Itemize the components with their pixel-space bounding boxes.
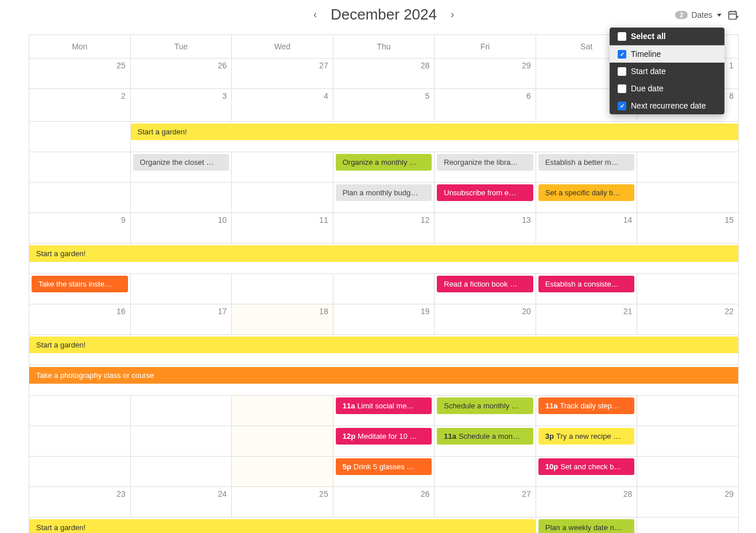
event-start-garden[interactable]: Start a garden! xyxy=(131,123,738,140)
dropdown-timeline[interactable]: Timeline xyxy=(610,45,724,63)
event-set-check[interactable]: 10pSet and check b… xyxy=(538,458,635,475)
checkbox-checked-icon xyxy=(618,50,626,59)
day-cell[interactable]: 12 xyxy=(333,213,435,244)
event-establish-cons[interactable]: Establish a consiste… xyxy=(538,276,635,292)
day-cell[interactable]: 3 xyxy=(130,89,232,122)
checkbox-unchecked-icon xyxy=(618,32,626,41)
day-cell[interactable]: 23 xyxy=(29,487,131,517)
day-cell[interactable]: 26 xyxy=(130,59,232,89)
dropdown-start-date[interactable]: Start date xyxy=(610,63,724,80)
day-cell[interactable]: 29 xyxy=(637,487,739,517)
event-photo-class[interactable]: Take a photography class or course xyxy=(29,367,738,384)
dates-label: Dates xyxy=(691,10,712,20)
day-cell-today[interactable]: 18 xyxy=(232,304,334,335)
day-cell[interactable]: 6 xyxy=(435,89,536,122)
dropdown-next-recurrence[interactable]: Next recurrence date xyxy=(610,97,724,114)
day-cell[interactable]: 17 xyxy=(130,304,232,335)
day-cell[interactable]: 4 xyxy=(232,89,334,122)
day-cell[interactable]: 28 xyxy=(536,487,637,517)
event-schedule-monthly[interactable]: Schedule a monthly … xyxy=(437,397,533,414)
weekday-header: Thu xyxy=(333,35,435,59)
day-cell[interactable]: 29 xyxy=(435,59,536,89)
event-drink[interactable]: 5pDrink 5 glasses … xyxy=(336,458,432,475)
day-cell[interactable]: 11 xyxy=(232,213,334,244)
day-cell[interactable]: 21 xyxy=(536,304,637,335)
dates-dropdown-menu: Select all Timeline Start date Due date … xyxy=(610,28,724,114)
day-cell[interactable]: 9 xyxy=(29,213,131,244)
day-cell[interactable]: 19 xyxy=(333,304,435,335)
day-cell[interactable]: 13 xyxy=(435,213,536,244)
event-start-garden[interactable]: Start a garden! xyxy=(29,337,738,353)
day-cell[interactable]: 20 xyxy=(435,304,536,335)
checkbox-checked-icon xyxy=(618,102,626,110)
day-cell[interactable]: 26 xyxy=(333,487,435,517)
event-take-stairs[interactable]: Take the stairs inste… xyxy=(32,276,128,292)
day-cell[interactable]: 16 xyxy=(29,304,131,335)
day-cell[interactable]: 27 xyxy=(435,487,536,517)
day-cell[interactable]: 10 xyxy=(130,213,232,244)
dropdown-select-all[interactable]: Select all xyxy=(610,28,724,45)
event-organize-closet[interactable]: Organize the closet … xyxy=(133,154,230,171)
day-cell[interactable]: 5 xyxy=(333,89,435,122)
weekday-header: Mon xyxy=(29,35,131,59)
day-cell[interactable]: 25 xyxy=(232,487,334,517)
weekday-header: Tue xyxy=(130,35,232,59)
event-new-recipe[interactable]: 3pTry a new recipe … xyxy=(538,428,635,445)
day-cell[interactable]: 15 xyxy=(637,213,739,244)
next-month-button[interactable]: › xyxy=(446,6,459,23)
event-organize-monthly[interactable]: Organize a monthly … xyxy=(336,154,432,171)
svg-rect-0 xyxy=(729,11,736,19)
event-schedule-mon[interactable]: 11aSchedule a mon… xyxy=(437,428,533,445)
event-better-m[interactable]: Establish a better m… xyxy=(538,154,635,171)
event-track-steps[interactable]: 11aTrack daily step… xyxy=(538,397,635,414)
event-limit-social[interactable]: 11aLimit social me… xyxy=(336,397,432,414)
checkbox-unchecked-icon xyxy=(618,84,626,93)
dropdown-due-date[interactable]: Due date xyxy=(610,80,724,97)
checkbox-unchecked-icon xyxy=(618,67,626,76)
event-start-garden[interactable]: Start a garden! xyxy=(29,519,536,533)
event-reorg-library[interactable]: Reorganize the libra… xyxy=(437,154,533,171)
day-cell[interactable]: 25 xyxy=(29,59,131,89)
event-meditate[interactable]: 12pMeditate for 10 … xyxy=(336,428,432,445)
month-title: December 2024 xyxy=(331,6,437,24)
event-start-garden[interactable]: Start a garden! xyxy=(29,245,738,262)
weekday-header: Wed xyxy=(232,35,334,59)
day-cell[interactable]: 27 xyxy=(232,59,334,89)
event-plan-date-night[interactable]: Plan a weekly date n… xyxy=(538,519,635,533)
weekday-header: Fri xyxy=(435,35,536,59)
prev-month-button[interactable]: ‹ xyxy=(309,6,321,23)
day-cell[interactable]: 22 xyxy=(637,304,739,335)
event-set-specific[interactable]: Set a specific daily ti… xyxy=(538,184,635,201)
day-cell[interactable]: 28 xyxy=(333,59,435,89)
caret-down-icon xyxy=(717,14,722,17)
day-cell[interactable]: 14 xyxy=(536,213,637,244)
day-cell[interactable]: 2 xyxy=(29,89,131,122)
dates-dropdown-button[interactable]: 2 Dates xyxy=(675,10,722,20)
event-read-fiction[interactable]: Read a fiction book … xyxy=(437,276,533,292)
event-plan-budget[interactable]: Plan a monthly budg… xyxy=(336,184,432,201)
day-cell[interactable]: 24 xyxy=(130,487,232,517)
dates-count-badge: 2 xyxy=(675,11,688,19)
today-button[interactable] xyxy=(727,9,739,21)
calendar-header: ‹ December 2024 › 2 Dates Select all xyxy=(29,6,739,29)
event-unsubscribe[interactable]: Unsubscribe from e… xyxy=(437,184,533,201)
